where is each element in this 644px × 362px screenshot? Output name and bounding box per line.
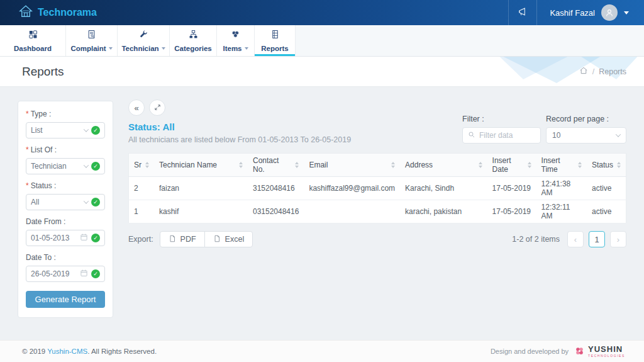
filter-input[interactable] (479, 131, 535, 140)
col-insert-time[interactable]: Insert Time (536, 154, 587, 177)
col-sr[interactable]: Sr (129, 154, 155, 177)
megaphone-icon (518, 6, 528, 20)
date-from-input[interactable]: 01-05-2013 ✓ (26, 230, 105, 246)
valid-check-icon: ✓ (91, 162, 100, 171)
col-technician-name[interactable]: Technician Name (154, 154, 248, 177)
col-address[interactable]: Address (400, 154, 487, 177)
per-page-select[interactable]: 10 (546, 127, 626, 144)
field-type: *Type : List ✓ (26, 110, 105, 139)
cell-email: kashiffazal99@gmail.com (304, 177, 400, 200)
next-page-button[interactable]: › (610, 231, 626, 247)
calendar-icon (80, 233, 88, 243)
collapse-panel-button[interactable]: « (128, 99, 145, 116)
chevron-down-icon (84, 127, 89, 132)
nav-label: Technician (121, 45, 158, 52)
nav-label: Complaint (70, 45, 106, 52)
report-filters-panel: *Type : List ✓ *List Of : Technician ✓ *… (18, 101, 113, 318)
selected-value: List (31, 126, 81, 135)
dashboard-icon (28, 30, 38, 42)
sitemap-icon (189, 30, 198, 42)
sort-icon (239, 162, 243, 168)
prev-page-button[interactable]: ‹ (567, 231, 584, 247)
table-row: 2 faizan 3152048416 kashiffazal99@gmail.… (129, 177, 626, 200)
per-page-value: 10 (552, 131, 560, 140)
col-insert-date[interactable]: Insert Date (487, 154, 536, 177)
cell-status: active (587, 177, 626, 200)
avatar (601, 4, 618, 21)
yushin-brand-sub: TECHNOLOGIES (588, 354, 625, 358)
required-mark: * (26, 110, 29, 118)
collapse-icon: « (134, 103, 138, 113)
status-select[interactable]: All ✓ (26, 194, 105, 210)
export-label: Export: (128, 235, 153, 244)
field-date-from: Date From : 01-05-2013 ✓ (26, 217, 105, 246)
announcements-button[interactable] (508, 0, 537, 25)
valid-check-icon: ✓ (91, 198, 100, 206)
nav-filler (296, 25, 644, 56)
breadcrumb: / Reports (579, 66, 626, 77)
nav-item-reports[interactable]: Reports (255, 25, 296, 56)
file-pdf-icon (169, 235, 176, 244)
generate-report-button[interactable]: Generate Report (26, 291, 105, 308)
expand-icon (154, 103, 161, 113)
export-button-group: PDF Excel (160, 231, 253, 247)
export-excel-button[interactable]: Excel (204, 231, 253, 247)
nav-item-technician[interactable]: Technician (118, 25, 170, 56)
sort-icon (617, 162, 621, 168)
selected-value: All (31, 198, 81, 206)
table-header-row: Sr Technician Name Contact No. Email Add… (129, 154, 626, 177)
topbar: Technorama Kashif Fazal (0, 0, 644, 25)
cell-email (304, 200, 400, 223)
nav-label: Categories (174, 45, 211, 52)
valid-check-icon: ✓ (91, 234, 100, 242)
nav-item-items[interactable]: Items (217, 25, 255, 56)
cell-address: karachi, pakistan (400, 200, 487, 223)
field-label: Type : (31, 110, 52, 118)
page-header: Reports / Reports (0, 57, 644, 87)
col-contact-no[interactable]: Contact No. (248, 154, 304, 177)
breadcrumb-current: Reports (599, 67, 626, 76)
technorama-house-icon (19, 4, 33, 21)
col-email[interactable]: Email (304, 154, 400, 177)
nav-item-complaint[interactable]: Complaint (66, 25, 118, 56)
cell-technician-name: faizan (154, 177, 248, 200)
sort-icon (295, 162, 299, 168)
filter-label: Filter : (462, 115, 541, 123)
coins-icon (231, 30, 240, 42)
yushin-brand-name: YUSHIN (588, 345, 625, 353)
date-to-input[interactable]: 26-05-2019 ✓ (26, 266, 105, 282)
fullscreen-button[interactable] (149, 99, 165, 116)
type-select[interactable]: List ✓ (26, 122, 105, 139)
complaint-icon (87, 30, 96, 42)
filter-group: Filter : (462, 115, 541, 144)
nav-item-dashboard[interactable]: Dashboard (0, 25, 66, 56)
chevron-down-icon (162, 47, 165, 50)
per-page-group: Record per page : 10 (546, 115, 626, 144)
footer-brand-link[interactable]: Yushin-CMS (47, 348, 87, 355)
yushin-logo-link[interactable]: YUSHIN TECHNOLOGIES (574, 345, 625, 358)
cell-insert-time: 12:32:11 AM (536, 200, 587, 223)
report-main: « Filter : Record per page : (128, 99, 626, 247)
nav-label: Reports (261, 45, 288, 52)
sort-icon (528, 162, 531, 168)
chevron-down-icon (624, 11, 629, 14)
list-of-select[interactable]: Technician ✓ (26, 158, 105, 174)
yushin-clover-icon (574, 346, 585, 358)
home-icon[interactable] (579, 66, 588, 77)
field-label: List Of : (31, 145, 57, 154)
nav-item-categories[interactable]: Categories (170, 25, 217, 56)
col-status[interactable]: Status (587, 154, 626, 177)
export-pdf-button[interactable]: PDF (160, 231, 205, 247)
technicians-table: Sr Technician Name Contact No. Email Add… (128, 153, 626, 223)
required-mark: * (26, 181, 29, 190)
field-label: Date From : (26, 217, 65, 226)
user-menu[interactable]: Kashif Fazal (537, 0, 644, 25)
file-excel-icon (213, 235, 221, 244)
sort-icon (391, 162, 395, 168)
chevron-down-icon (84, 162, 89, 167)
page-1-button[interactable]: 1 (589, 231, 605, 247)
brand-logo[interactable]: Technorama (0, 0, 97, 25)
cell-insert-date: 17-05-2019 (487, 200, 536, 223)
chevron-down-icon (109, 47, 113, 50)
pagination: 1-2 of 2 items ‹ 1 › (512, 231, 626, 247)
